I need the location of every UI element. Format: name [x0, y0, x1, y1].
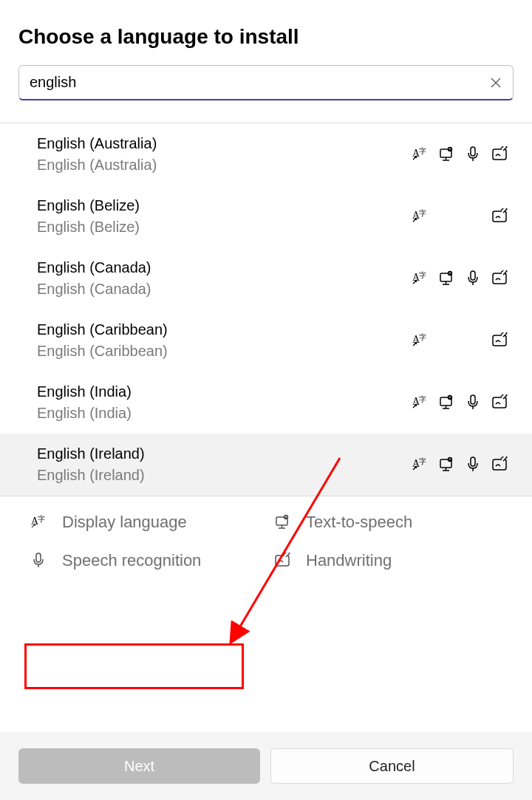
- feature-icons: [400, 146, 510, 163]
- tts-icon: [437, 270, 457, 287]
- legend-label: Speech recognition: [62, 551, 201, 570]
- tts-icon: [437, 394, 457, 411]
- display-icon: [411, 332, 430, 349]
- language-name: English (Canada): [37, 259, 151, 276]
- language-native-name: English (Ireland): [37, 467, 145, 484]
- language-item[interactable]: English (Canada)English (Canada): [0, 247, 532, 310]
- legend-speech-recognition: Speech recognition: [30, 551, 259, 570]
- handwriting-icon: [491, 457, 510, 473]
- legend-text-to-speech: Text-to-speech: [273, 513, 502, 532]
- display-language-icon: [30, 514, 49, 530]
- language-name: English (India): [37, 383, 132, 400]
- feature-icons: [400, 270, 510, 287]
- tts-icon: [437, 146, 457, 163]
- handwriting-icon: [491, 332, 510, 349]
- language-list: English (Australia)English (Australia)En…: [0, 123, 532, 496]
- next-button[interactable]: Next: [18, 748, 260, 784]
- language-item[interactable]: English (Australia)English (Australia): [0, 123, 532, 185]
- display-icon: [411, 457, 430, 473]
- language-item[interactable]: English (Caribbean)English (Caribbean): [0, 310, 532, 372]
- cancel-button[interactable]: Cancel: [270, 748, 514, 784]
- speech-recognition-icon: [30, 553, 49, 569]
- language-item[interactable]: English (Belize)English (Belize): [0, 185, 532, 247]
- display-icon: [411, 208, 430, 225]
- text-to-speech-icon: [273, 514, 293, 530]
- language-native-name: English (Caribbean): [37, 343, 168, 360]
- dialog-title: Choose a language to install: [18, 25, 514, 49]
- language-name: English (Belize): [37, 197, 140, 214]
- language-name: English (Ireland): [37, 445, 145, 462]
- language-native-name: English (Canada): [37, 281, 151, 298]
- language-item[interactable]: English (Ireland)English (Ireland): [0, 434, 532, 496]
- language-native-name: English (India): [37, 405, 132, 422]
- language-native-name: English (Australia): [37, 157, 157, 174]
- language-name: English (Australia): [37, 135, 157, 152]
- legend-label: Handwriting: [306, 551, 392, 570]
- handwriting-icon: [491, 394, 510, 411]
- speech-icon: [464, 394, 483, 411]
- display-icon: [411, 270, 430, 287]
- handwriting-icon: [273, 553, 293, 569]
- display-icon: [411, 394, 430, 411]
- language-item[interactable]: English (India)English (India): [0, 372, 532, 434]
- language-name: English (Caribbean): [37, 321, 168, 338]
- legend-handwriting: Handwriting: [273, 551, 502, 570]
- tts-icon: [437, 457, 457, 473]
- feature-icons: [400, 457, 510, 473]
- speech-icon: [464, 457, 483, 473]
- language-native-name: English (Belize): [37, 219, 140, 236]
- speech-icon: [464, 146, 483, 163]
- annotation-highlight: [24, 643, 244, 689]
- feature-icons: [400, 394, 510, 411]
- display-icon: [411, 146, 430, 163]
- legend-display-language: Display language: [30, 513, 259, 532]
- clear-search-icon[interactable]: [488, 75, 503, 90]
- handwriting-icon: [491, 146, 510, 163]
- feature-icons: [400, 208, 510, 225]
- legend-label: Display language: [62, 513, 187, 532]
- feature-legend: Display language Text-to-speech Speech r…: [0, 496, 532, 587]
- language-search-input[interactable]: [18, 65, 514, 100]
- handwriting-icon: [491, 208, 510, 225]
- dialog-footer: Next Cancel: [0, 732, 532, 800]
- speech-icon: [464, 270, 483, 287]
- legend-label: Text-to-speech: [306, 513, 412, 532]
- feature-icons: [400, 332, 510, 349]
- handwriting-icon: [491, 270, 510, 287]
